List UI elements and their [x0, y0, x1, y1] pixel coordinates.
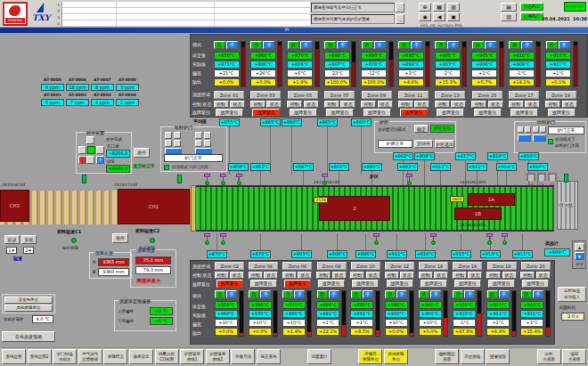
- zone-status-button[interactable]: 状态: [468, 272, 482, 280]
- fault-reset-button[interactable]: 故障复位: [474, 109, 502, 117]
- manual-mode-button[interactable]: 手: [430, 290, 441, 298]
- zone-stop-button[interactable]: 启动停止: [414, 140, 433, 148]
- door-down-button[interactable]: [525, 126, 531, 133]
- predict-button[interactable]: 在线温度预测: [2, 331, 55, 342]
- door-down-button[interactable]: [204, 132, 211, 139]
- fault-reset-button[interactable]: 故障复位: [318, 280, 345, 288]
- slab[interactable]: CH2: [0, 190, 29, 222]
- auto-mode-button[interactable]: 自: [453, 290, 463, 298]
- message-more-button-2[interactable]: ...: [396, 14, 404, 24]
- zone-setpoint-field[interactable]: +890°C: [361, 52, 387, 60]
- manual-mode-button[interactable]: 手: [559, 41, 570, 49]
- centering-down-button[interactable]: [86, 156, 94, 164]
- roller-forward-button[interactable]: 前进: [4, 235, 20, 244]
- fault-reset-button[interactable]: 故障复位: [421, 280, 447, 288]
- auto-mode-button[interactable]: 自: [288, 41, 299, 49]
- manual-mode-button[interactable]: 手: [499, 290, 510, 298]
- heating-plc-button[interactable]: 加热PLC: [520, 3, 543, 11]
- zone-status-button[interactable]: 状态: [502, 272, 517, 280]
- zone-status-button[interactable]: 状态: [366, 272, 380, 280]
- zone-status-button[interactable]: 状态: [340, 101, 355, 109]
- list-icon[interactable]: ▤: [501, 3, 517, 12]
- lower-offset-value[interactable]: +0 ℃: [150, 317, 173, 325]
- auto-mode-button[interactable]: 自: [398, 41, 410, 49]
- zone-status-button[interactable]: 状态: [378, 101, 393, 109]
- zone-control-button[interactable]: 控制: [419, 272, 433, 280]
- zone-control-button[interactable]: 控制: [435, 101, 450, 109]
- manual-mode-button[interactable]: 手: [300, 41, 312, 49]
- manual-mode-button[interactable]: 手: [374, 41, 386, 49]
- taskbar-button[interactable]: 返回 主画面: [562, 349, 586, 364]
- centering-stop-button[interactable]: [78, 156, 86, 164]
- taskbar-button[interactable]: 其他故障 复位: [384, 349, 408, 364]
- centering-right-button[interactable]: [96, 146, 104, 154]
- slab[interactable]: 2: [319, 196, 390, 221]
- common-plc-button[interactable]: 公用PLC: [520, 12, 543, 20]
- zone-status-button[interactable]: 状态: [562, 101, 577, 109]
- taskbar-button[interactable]: 出料 主画面: [537, 349, 561, 364]
- zone-control-button[interactable]: 控制: [324, 101, 339, 109]
- slab[interactable]: CH1: [118, 189, 190, 224]
- taskbar-button[interactable]: 空气煤气 总管数据: [78, 349, 102, 364]
- manual-mode-button[interactable]: 手: [485, 41, 496, 49]
- zone-control-button[interactable]: 控制: [250, 101, 265, 109]
- auto-mode-button[interactable]: 自: [509, 41, 520, 49]
- zone-control-button[interactable]: 控制: [214, 101, 229, 109]
- fault-reset-button[interactable]: 故障复位: [488, 280, 515, 288]
- auto-mode-button[interactable]: 自: [250, 41, 262, 49]
- pen-icon[interactable]: ▨: [447, 3, 460, 12]
- roller-select-1[interactable]: 1#: [6, 247, 17, 254]
- taskbar-button[interactable]: 流量累计: [307, 349, 331, 364]
- screens-icon[interactable]: ▦: [433, 3, 445, 12]
- fault-reset-button[interactable]: 故障复位: [400, 109, 428, 117]
- zone-status-button[interactable]: 状态: [400, 272, 414, 280]
- centering-set-value[interactable]: +4000.0: [106, 165, 130, 173]
- estop-button-roller[interactable]: 急停: [112, 233, 128, 243]
- zone-setpoint-field[interactable]: +890°C: [385, 301, 408, 309]
- zone-control-button[interactable]: 控制: [215, 272, 229, 280]
- door-auto-button[interactable]: [518, 134, 531, 142]
- taskbar-button[interactable]: 变频启动: [231, 349, 255, 364]
- manual-mode-button[interactable]: 手: [396, 290, 407, 298]
- manual-mode-button[interactable]: 手: [411, 41, 422, 49]
- zone-setpoint-field[interactable]: +890°C: [350, 301, 373, 309]
- zone-control-button[interactable]: 控制: [471, 101, 486, 109]
- door-auto-button[interactable]: [195, 148, 212, 154]
- taskbar-button[interactable]: 温度设定: [129, 349, 153, 364]
- fault-reset-button[interactable]: 故障复位: [363, 109, 391, 117]
- zone-setpoint-field[interactable]: +910°C: [486, 301, 510, 309]
- slab[interactable]: 1A: [468, 193, 515, 206]
- door-down-button[interactable]: [174, 132, 181, 139]
- taskbar-button[interactable]: 炉门辊道 冷却水: [53, 349, 77, 364]
- slab[interactable]: 1B: [454, 207, 502, 220]
- door-close-button[interactable]: [204, 140, 211, 147]
- zone-setpoint-field[interactable]: +905°C: [471, 52, 497, 60]
- centering-left-button[interactable]: [78, 146, 86, 154]
- zone-control-button[interactable]: 控制: [287, 101, 302, 109]
- auto-mode-button[interactable]: 自: [249, 290, 259, 298]
- door-close-button[interactable]: [174, 140, 181, 147]
- zone-status-button[interactable]: 状态: [266, 101, 282, 109]
- zone-status-button[interactable]: 状态: [332, 272, 347, 280]
- zone-setpoint-field[interactable]: +860°C: [250, 52, 276, 60]
- fault-reset-button[interactable]: 故障复位: [216, 109, 243, 117]
- taskbar-button[interactable]: 系统总图: [2, 349, 26, 364]
- fault-reset-button[interactable]: 故障复位: [387, 280, 413, 288]
- door-open-button[interactable]: [195, 140, 202, 147]
- message-more-button-1[interactable]: ...: [396, 3, 404, 12]
- taskbar-button[interactable]: 炉膛温度 曲线2: [206, 349, 230, 364]
- auto-mode-button[interactable]: 自: [215, 290, 225, 298]
- taskbar-button[interactable]: 故障提示: [103, 349, 127, 364]
- magnifier-icon[interactable]: ⊕: [419, 3, 431, 12]
- zone-setpoint-field[interactable]: +850°C: [214, 52, 240, 60]
- zone-status-button[interactable]: 状态: [525, 101, 540, 109]
- zone-status-button[interactable]: 状态: [451, 101, 466, 109]
- zone-status-button[interactable]: 状态: [264, 272, 278, 280]
- manual-mode-button[interactable]: 手: [263, 41, 274, 49]
- zone-setpoint-field[interactable]: +895°C: [398, 52, 424, 60]
- door-open-button[interactable]: [165, 140, 172, 147]
- fault-reset-button[interactable]: 故障复位: [290, 109, 317, 117]
- centering-t-button[interactable]: T: [96, 156, 104, 164]
- manual-mode-button[interactable]: 手: [294, 290, 305, 298]
- zone-control-button[interactable]: 控制: [509, 101, 524, 109]
